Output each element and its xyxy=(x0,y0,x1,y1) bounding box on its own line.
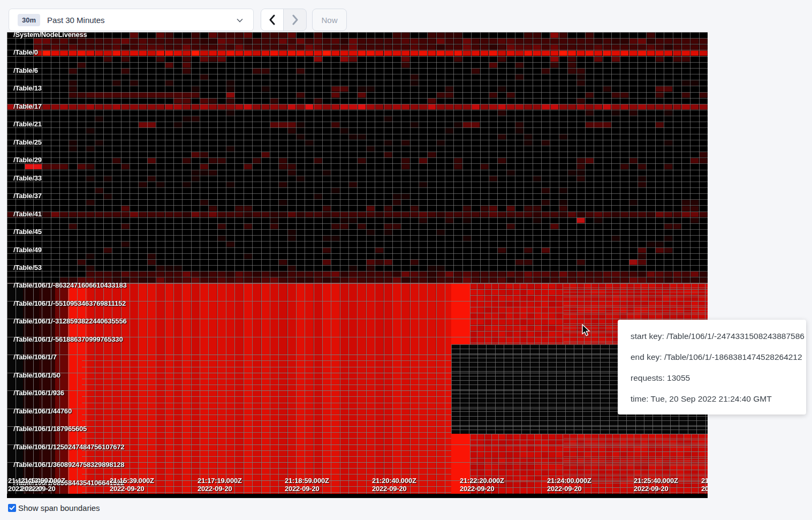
tooltip-requests: requests: 13055 xyxy=(631,373,793,383)
time-range-label: Past 30 Minutes xyxy=(47,16,105,25)
key-visualizer-page: 30m Past 30 Minutes Now /System/NodeLive… xyxy=(0,0,812,520)
chevron-left-icon xyxy=(268,14,277,25)
tooltip-end-key: end key: /Table/106/1/-18683814745282642… xyxy=(631,352,793,362)
time-range-badge: 30m xyxy=(18,14,40,26)
tooltip-time: time: Tue, 20 Sep 2022 21:24:40 GMT xyxy=(631,394,793,404)
time-range-dropdown[interactable]: 30m Past 30 Minutes xyxy=(9,9,254,31)
next-time-button[interactable] xyxy=(284,9,306,31)
tooltip-start-key: start key: /Table/106/1/-247433150824388… xyxy=(631,331,793,341)
show-span-boundaries-checkbox[interactable] xyxy=(8,504,16,512)
chevron-down-icon xyxy=(236,17,244,24)
chevron-right-icon xyxy=(291,14,299,25)
toolbar: 30m Past 30 Minutes Now xyxy=(0,0,812,32)
time-nav-group xyxy=(261,9,307,31)
show-span-boundaries-toggle[interactable]: Show span boundaries xyxy=(8,503,100,513)
show-span-boundaries-label: Show span boundaries xyxy=(18,503,100,513)
prev-time-button[interactable] xyxy=(261,9,284,31)
now-button[interactable]: Now xyxy=(312,9,347,31)
check-icon xyxy=(9,505,15,511)
hover-tooltip: start key: /Table/106/1/-247433150824388… xyxy=(618,320,806,415)
key-visualizer-heatmap[interactable]: /System/NodeLiveness/Table/0/Table/6/Tab… xyxy=(7,32,708,498)
heatmap-canvas[interactable] xyxy=(7,32,708,498)
